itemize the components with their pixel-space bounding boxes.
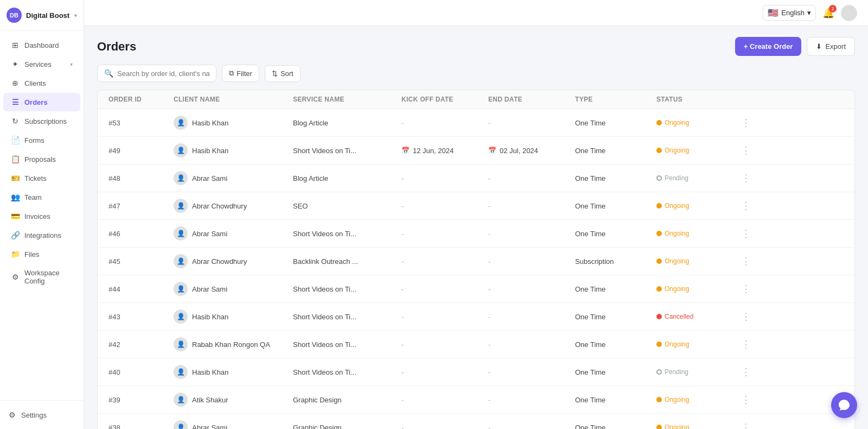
filter-button[interactable]: ⧉ Filter	[222, 65, 259, 82]
search-icon: 🔍	[104, 69, 113, 78]
settings-nav-item[interactable]: ⚙ Settings	[8, 406, 76, 424]
invoices-icon: 💳	[11, 212, 20, 220]
filter-icon: ⧉	[229, 69, 234, 78]
export-button[interactable]: ⬇ Export	[807, 37, 855, 56]
client-name-text: Hasib Khan	[192, 119, 228, 127]
table-row: #46 👤 Abrar Sami Short Videos on Ti... -…	[98, 220, 854, 248]
sidebar-item-label: Clients	[24, 79, 46, 87]
status-badge: Ongoing	[656, 424, 738, 430]
order-id: #45	[108, 257, 174, 266]
row-more-button[interactable]: ⋮	[738, 117, 754, 129]
client-avatar: 👤	[174, 143, 188, 157]
sidebar-item-team[interactable]: 👥 Team	[3, 188, 80, 206]
sidebar-item-label: Invoices	[24, 212, 50, 220]
sidebar-item-label: Proposals	[24, 155, 56, 163]
end-date: -	[488, 202, 575, 210]
client-avatar: 👤	[174, 199, 188, 213]
col-header-kickoff-date: Kick Off Date	[401, 96, 488, 103]
order-type: One Time	[575, 147, 656, 155]
client-name: 👤 Hasib Khan	[174, 365, 293, 379]
order-type: One Time	[575, 396, 656, 404]
search-input[interactable]	[117, 70, 209, 78]
client-name: 👤 Abrar Sami	[174, 226, 293, 241]
row-more-button[interactable]: ⋮	[738, 394, 754, 406]
sidebar-item-clients[interactable]: ⊕ Clients	[3, 74, 80, 92]
order-id: #38	[108, 424, 174, 430]
client-name: 👤 Abrar Sami	[174, 171, 293, 185]
integrations-icon: 🔗	[11, 231, 20, 239]
kickoff-date: -	[401, 230, 488, 238]
kickoff-date: -	[401, 285, 488, 293]
sidebar: DB Digital Boost ▾ ⊞ Dashboard ✦ Service…	[0, 0, 84, 429]
sidebar-settings[interactable]: ⚙ Settings	[0, 400, 84, 429]
service-name: Graphic Design	[293, 396, 401, 404]
client-avatar: 👤	[174, 254, 188, 268]
end-date: -	[488, 230, 575, 238]
sidebar-item-invoices[interactable]: 💳 Invoices	[3, 207, 80, 225]
header-actions: + Create Order ⬇ Export	[735, 37, 855, 56]
order-id: #40	[108, 368, 174, 376]
order-type: One Time	[575, 285, 656, 293]
notifications-button[interactable]: 🔔 1	[822, 7, 834, 19]
row-more-button[interactable]: ⋮	[738, 200, 754, 212]
sort-button[interactable]: ⇅ Sort	[265, 65, 301, 82]
language-selector[interactable]: 🇺🇸 English ▾	[763, 5, 816, 21]
sidebar-item-proposals[interactable]: 📋 Proposals	[3, 150, 80, 168]
sidebar-logo[interactable]: DB Digital Boost ▾	[0, 0, 84, 31]
status-badge: Ongoing	[656, 202, 738, 210]
sidebar-item-subscriptions[interactable]: ↻ Subscriptions	[3, 112, 80, 130]
row-more-button[interactable]: ⋮	[738, 366, 754, 378]
table-row: #45 👤 Abrar Chowdhury Backlink Outreach …	[98, 248, 854, 275]
row-more-button[interactable]: ⋮	[738, 144, 754, 156]
status-badge: Ongoing	[656, 257, 738, 266]
sidebar-item-integrations[interactable]: 🔗 Integrations	[3, 226, 80, 244]
kickoff-date: 📅 12 Jun, 2024	[401, 147, 488, 155]
create-order-button[interactable]: + Create Order	[735, 37, 802, 56]
services-icon: ✦	[11, 60, 20, 68]
subscriptions-icon: ↻	[11, 117, 20, 125]
row-more-button[interactable]: ⋮	[738, 421, 754, 429]
lang-chevron-icon: ▾	[807, 9, 811, 17]
table-row: #39 👤 Atik Shakur Graphic Design - - One…	[98, 386, 854, 414]
end-date: -	[488, 257, 575, 266]
order-id: #46	[108, 230, 174, 238]
search-box[interactable]: 🔍	[97, 65, 216, 82]
chevron-down-icon: ▾	[70, 61, 73, 67]
service-name: Short Videos on Ti...	[293, 147, 401, 155]
sidebar-item-forms[interactable]: 📄 Forms	[3, 131, 80, 149]
sidebar-item-workspace[interactable]: ⚙ Workspace Config	[3, 264, 80, 290]
sidebar-item-label: Subscriptions	[24, 117, 67, 125]
sidebar-item-files[interactable]: 📁 Files	[3, 245, 80, 263]
user-avatar[interactable]	[841, 5, 857, 21]
row-more-button[interactable]: ⋮	[738, 228, 754, 239]
sidebar-item-services[interactable]: ✦ Services ▾	[3, 55, 80, 73]
row-more-button[interactable]: ⋮	[738, 338, 754, 350]
client-name-text: Abrar Chowdhury	[192, 257, 247, 266]
col-header-client-name: Client Name	[174, 96, 293, 103]
end-date: 📅 02 Jul, 2024	[488, 147, 575, 155]
client-name: 👤 Abrar Chowdhury	[174, 254, 293, 268]
status-badge: Pending	[656, 368, 738, 376]
row-more-button[interactable]: ⋮	[738, 283, 754, 295]
table-row: #38 👤 Abrar Sami Graphic Design - - One …	[98, 414, 854, 429]
order-type: One Time	[575, 424, 656, 430]
order-type: One Time	[575, 119, 656, 127]
order-type: One Time	[575, 174, 656, 182]
sidebar-item-tickets[interactable]: 🎫 Tickets	[3, 169, 80, 187]
client-name-text: Abrar Sami	[192, 424, 227, 430]
row-more-button[interactable]: ⋮	[738, 311, 754, 323]
sidebar-item-dashboard[interactable]: ⊞ Dashboard	[3, 36, 80, 54]
end-date: -	[488, 285, 575, 293]
col-header-actions	[738, 96, 754, 103]
chat-bubble[interactable]	[831, 392, 857, 418]
table-body: #53 👤 Hasib Khan Blog Article - - One Ti…	[98, 109, 854, 429]
row-more-button[interactable]: ⋮	[738, 255, 754, 267]
row-more-button[interactable]: ⋮	[738, 172, 754, 184]
table-row: #47 👤 Abrar Chowdhury SEO - - One Time O…	[98, 192, 854, 220]
order-id: #47	[108, 202, 174, 210]
sidebar-item-orders[interactable]: ☰ Orders	[3, 93, 80, 111]
order-id: #48	[108, 174, 174, 182]
workspace-icon: ⚙	[11, 273, 20, 281]
kickoff-date: -	[401, 368, 488, 376]
forms-icon: 📄	[11, 136, 20, 144]
